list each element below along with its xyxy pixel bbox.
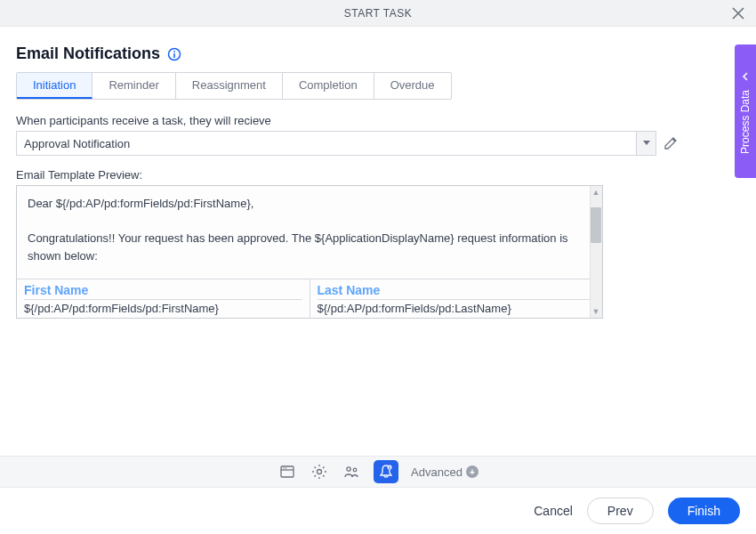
svg-point-9	[353, 468, 357, 472]
finish-button[interactable]: Finish	[668, 498, 740, 524]
tab-initiation[interactable]: Initiation	[17, 73, 92, 99]
modal-title: START TASK	[344, 7, 413, 20]
dropdown-label: When participants receive a task, they w…	[16, 114, 740, 127]
plus-icon: +	[466, 465, 479, 478]
svg-point-7	[318, 470, 322, 474]
scroll-up-icon[interactable]: ▲	[590, 186, 602, 198]
section-title: Email Notifications	[16, 44, 160, 63]
dropdown-value: Approval Notification	[17, 137, 636, 150]
svg-rect-2	[173, 53, 175, 58]
col-value: ${/pd:AP/pd:formFields/pd:FirstName}	[24, 299, 302, 315]
svg-point-5	[283, 467, 284, 468]
preview-greeting: Dear ${/pd:AP/pd:formFields/pd:FirstName…	[28, 195, 591, 213]
scrollbar-thumb[interactable]	[591, 207, 601, 243]
preview-col-lastname: Last Name ${/pd:AP/pd:formFields/pd:Last…	[310, 279, 603, 319]
col-header: Last Name	[318, 283, 596, 297]
tab-completion[interactable]: Completion	[283, 73, 374, 99]
template-preview: Dear ${/pd:AP/pd:formFields/pd:FirstName…	[16, 185, 603, 319]
svg-rect-3	[281, 466, 294, 477]
gear-icon[interactable]	[310, 462, 329, 481]
process-data-panel-toggle[interactable]: Process Data	[735, 44, 756, 178]
bell-icon[interactable]: 0	[374, 460, 398, 483]
col-header: First Name	[24, 283, 302, 297]
side-panel-label: Process Data	[739, 90, 752, 154]
preview-text: Congratulations!! Your request has been …	[28, 230, 591, 264]
chevron-down-icon	[636, 132, 655, 155]
notification-dropdown[interactable]: Approval Notification	[16, 131, 656, 156]
preview-body: Dear ${/pd:AP/pd:formFields/pd:FirstName…	[17, 186, 602, 275]
preview-label: Email Template Preview:	[16, 168, 740, 182]
modal-header: START TASK	[0, 0, 756, 27]
advanced-toggle[interactable]: Advanced +	[411, 465, 479, 479]
tab-reassignment[interactable]: Reassignment	[176, 73, 283, 99]
scroll-down-icon[interactable]: ▼	[590, 305, 602, 318]
dropdown-row: Approval Notification	[16, 131, 740, 156]
advanced-label: Advanced	[411, 465, 462, 479]
svg-point-6	[286, 467, 286, 468]
tab-overdue[interactable]: Overdue	[374, 73, 451, 99]
preview-col-firstname: First Name ${/pd:AP/pd:formFields/pd:Fir…	[17, 279, 310, 319]
tabs: Initiation Reminder Reassignment Complet…	[16, 72, 452, 100]
cancel-button[interactable]: Cancel	[534, 504, 573, 518]
edit-icon[interactable]	[664, 136, 678, 150]
preview-table: First Name ${/pd:AP/pd:formFields/pd:Fir…	[17, 279, 602, 319]
col-value: ${/pd:AP/pd:formFields/pd:LastName}	[318, 299, 596, 315]
bottom-toolbar: 0 Advanced +	[0, 456, 756, 488]
info-icon[interactable]	[167, 47, 181, 61]
prev-button[interactable]: Prev	[587, 498, 654, 524]
scrollbar[interactable]: ▲ ▼	[590, 186, 602, 318]
svg-point-8	[347, 467, 350, 471]
modal-content: Email Notifications Initiation Reminder …	[0, 27, 756, 319]
chevron-left-icon	[741, 69, 750, 85]
tab-reminder[interactable]: Reminder	[92, 73, 175, 99]
people-icon[interactable]	[342, 462, 361, 481]
svg-point-1	[173, 51, 175, 53]
modal-footer: Cancel Prev Finish	[0, 488, 756, 534]
form-icon[interactable]	[277, 462, 297, 481]
close-icon[interactable]	[729, 4, 747, 22]
section-title-row: Email Notifications	[16, 44, 740, 63]
